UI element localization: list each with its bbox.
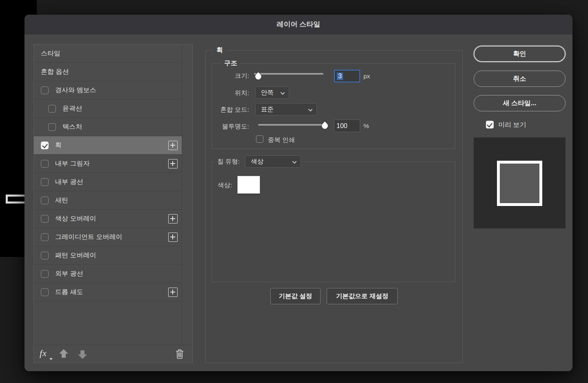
checkbox-drop-shadow[interactable] [41,288,49,296]
sidebar-item-label: 색상 오버레이 [55,215,96,223]
fx-menu-caret-icon [49,358,53,360]
sidebar-item-gradient-overlay[interactable]: 그레이디언트 오버레이 [34,228,182,246]
new-style-label: 새 스타일... [503,99,537,108]
checkbox-color-overlay[interactable] [41,215,49,223]
sidebar-scroll-divider [182,44,182,345]
delete-effect-icon[interactable] [175,349,184,359]
sidebar-item-inner-glow[interactable]: 내부 광선 [34,173,182,191]
stroke-color-swatch[interactable] [237,176,260,194]
checkbox-stroke[interactable] [41,142,49,149]
preview-checkbox[interactable] [486,121,494,128]
checkbox-pattern-overlay[interactable] [41,252,49,259]
ok-label: 확인 [513,50,526,58]
size-unit-label: px [363,73,370,80]
sidebar-item-label: 새틴 [55,196,68,205]
size-input[interactable]: 3 [334,70,360,82]
size-value: 3 [337,73,343,80]
fill-type-value: 색상 [251,157,263,166]
arrow-down-stem [80,350,85,354]
dialog-title: 레이어 스타일 [277,20,321,29]
color-label: 색상: [218,181,232,190]
blend-mode-dropdown[interactable]: 표준 [255,103,317,115]
sidebar-item-inner-shadow[interactable]: 내부 그림자 [34,155,182,173]
effects-sidebar: 스타일 혼합 옵션 경사와 엠보스 윤곽선 텍스처 획 내부 그림자 [33,44,193,363]
add-color-overlay-instance-button[interactable] [168,214,178,224]
chevron-down-icon [292,159,297,164]
size-label: 크기: [212,72,249,80]
fx-menu-icon[interactable]: fx [40,348,47,359]
structure-group-legend: 구조 [221,59,241,68]
sidebar-item-label: 내부 광선 [55,178,83,186]
overprint-label: 중복 인쇄 [268,136,295,144]
cancel-label: 취소 [513,75,526,83]
move-effect-down-icon[interactable] [77,349,88,359]
layer-style-dialog: 레이어 스타일 스타일 혼합 옵션 경사와 엠보스 윤곽선 텍스처 획 [24,15,572,371]
sidebar-item-label: 획 [55,141,62,150]
chevron-down-icon [308,107,313,112]
checkbox-bevel-emboss[interactable] [41,86,49,94]
sidebar-item-label: 외부 광선 [55,270,83,278]
add-inner-shadow-instance-button[interactable] [168,159,178,168]
dialog-titlebar[interactable]: 레이어 스타일 [24,15,572,34]
opacity-unit-label: % [363,122,369,130]
sidebar-item-label: 텍스처 [62,123,82,131]
checkbox-inner-shadow[interactable] [41,160,49,168]
reset-defaults-button[interactable]: 기본값으로 재설정 [327,288,398,304]
blend-mode-value: 표준 [261,105,274,114]
checkbox-satin[interactable] [41,197,49,204]
add-drop-shadow-instance-button[interactable] [168,288,178,297]
position-value: 안쪽 [261,89,274,97]
opacity-input[interactable]: 100 [334,120,360,132]
checkbox-texture[interactable] [48,123,56,131]
sidebar-item-contour[interactable]: 윤곽선 [34,100,182,118]
add-gradient-overlay-instance-button[interactable] [168,232,178,242]
reset-defaults-label: 기본값으로 재설정 [336,292,388,301]
fill-type-legend-group: 칠 유형: 색상 [215,155,303,168]
sidebar-item-label: 패턴 오버레이 [55,251,96,260]
blend-mode-label: 혼합 모드: [212,106,249,114]
sidebar-item-outer-glow[interactable]: 외부 광선 [34,265,182,283]
sidebar-item-drop-shadow[interactable]: 드롭 섀도 [34,283,182,301]
new-style-button[interactable]: 새 스타일... [474,95,566,111]
sidebar-item-pattern-overlay[interactable]: 패턴 오버레이 [34,246,182,265]
sidebar-item-styles[interactable]: 스타일 [34,44,182,63]
sidebar-item-color-overlay[interactable]: 색상 오버레이 [34,210,182,228]
checkbox-inner-glow[interactable] [41,178,49,186]
sidebar-item-label: 혼합 옵션 [41,68,69,76]
set-defaults-label: 기본값 설정 [279,292,312,301]
sidebar-item-label: 스타일 [41,49,60,58]
sidebar-item-texture[interactable]: 텍스처 [34,118,182,136]
cancel-button[interactable]: 취소 [474,71,566,87]
position-label: 위치: [212,89,249,97]
sidebar-item-label: 내부 그림자 [55,159,89,168]
chevron-down-icon [281,91,285,95]
fill-type-label: 칠 유형: [217,157,240,166]
arrow-down-triangle [78,354,87,359]
move-effect-up-icon[interactable] [58,349,69,359]
set-defaults-button[interactable]: 기본값 설정 [270,288,321,304]
checkbox-outer-glow[interactable] [41,270,49,278]
arrow-up-triangle [59,349,68,354]
checkbox-gradient-overlay[interactable] [41,233,49,241]
sidebar-item-satin[interactable]: 새틴 [34,191,182,210]
style-preview-thumbnail [474,137,566,228]
size-slider-track[interactable] [254,73,323,75]
effects-toolbar: fx [34,345,192,363]
sidebar-item-bevel-emboss[interactable]: 경사와 엠보스 [34,81,182,100]
opacity-label: 불투명도: [212,122,249,131]
fill-type-dropdown[interactable]: 색상 [245,155,301,168]
opacity-value: 100 [336,122,347,130]
add-stroke-instance-button[interactable] [168,141,178,150]
arrow-up-stem [62,354,66,358]
opacity-slider-track[interactable] [258,124,327,126]
position-dropdown[interactable]: 안쪽 [255,86,289,99]
preview-label: 미리 보기 [498,121,526,129]
checkbox-contour[interactable] [48,105,56,113]
overprint-checkbox[interactable] [256,135,263,143]
ok-button[interactable]: 확인 [474,46,566,62]
stroke-section-legend: 획 [213,46,226,55]
sidebar-item-blending-options[interactable]: 혼합 옵션 [34,63,182,81]
sidebar-item-stroke[interactable]: 획 [34,136,182,155]
sidebar-item-label: 경사와 엠보스 [55,86,96,95]
preview-stroked-square [497,161,542,206]
